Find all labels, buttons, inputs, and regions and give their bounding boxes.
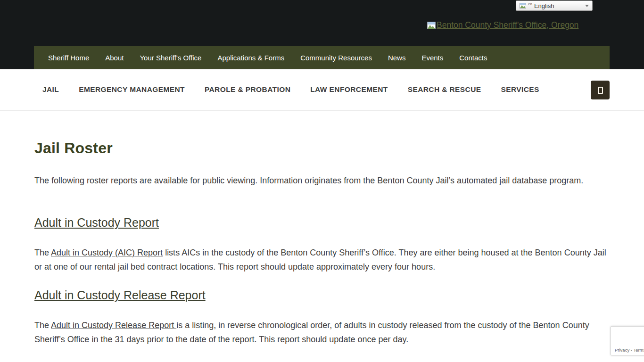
broken-image-icon — [520, 3, 526, 8]
paragraph-text: The — [34, 321, 51, 330]
nav-item-contacts[interactable]: Contacts — [451, 46, 495, 69]
intro-paragraph: The following roster reports are availab… — [34, 173, 608, 188]
dept-nav-parole-probation[interactable]: PAROLE & PROBATION — [205, 85, 290, 94]
language-selector[interactable]: en English — [516, 0, 593, 11]
aic-report-heading-link[interactable]: Adult in Custody Report — [34, 216, 159, 229]
site-logo-link[interactable]: Benton County Sheriff's Office, Oregon — [427, 20, 578, 30]
release-report-link[interactable]: Adult in Custody Release Report — [51, 321, 176, 330]
chevron-down-icon — [585, 5, 589, 7]
selected-language: English — [534, 2, 554, 9]
page-title: Jail Roster — [34, 140, 113, 157]
release-report-heading-link[interactable]: Adult in Custody Release Report — [34, 288, 206, 302]
nav-item-applications-forms[interactable]: Applications & Forms — [209, 46, 292, 69]
paragraph-text: The — [34, 248, 51, 257]
search-button[interactable] — [591, 81, 610, 99]
dept-nav-services[interactable]: SERVICES — [501, 85, 539, 94]
flag-alt-text: en — [528, 2, 532, 6]
department-navigation: JAIL EMERGENCY MANAGEMENT PAROLE & PROBA… — [0, 69, 644, 111]
aic-report-link[interactable]: Adult in Custody (AIC) Report — [51, 248, 163, 257]
main-navigation: Sheriff Home About Your Sheriff's Office… — [34, 46, 610, 69]
recaptcha-privacy-terms[interactable]: Privacy - Terms — [615, 347, 644, 353]
nav-item-news[interactable]: News — [380, 46, 414, 69]
nav-item-sheriff-home[interactable]: Sheriff Home — [40, 46, 97, 69]
aic-report-paragraph: The Adult in Custody (AIC) Report lists … — [34, 246, 608, 274]
nav-item-community-resources[interactable]: Community Resources — [292, 46, 380, 69]
nav-item-your-sheriffs-office[interactable]: Your Sheriff's Office — [132, 46, 209, 69]
search-icon — [598, 87, 603, 94]
dept-nav-search-rescue[interactable]: SEARCH & RESCUE — [408, 85, 481, 94]
section-heading-aic-report: Adult in Custody Report — [34, 216, 159, 230]
dept-nav-emergency-management[interactable]: EMERGENCY MANAGEMENT — [79, 85, 185, 94]
department-nav-items: JAIL EMERGENCY MANAGEMENT PAROLE & PROBA… — [42, 69, 539, 110]
site-header: en English Benton County Sheriff's Offic… — [0, 0, 644, 69]
dept-nav-jail[interactable]: JAIL — [42, 85, 59, 94]
section-heading-release-report: Adult in Custody Release Report — [34, 288, 206, 302]
release-report-paragraph: The Adult in Custody Release Report is a… — [34, 318, 608, 346]
recaptcha-badge[interactable]: Privacy - Terms — [611, 326, 644, 355]
site-logo-text: Benton County Sheriff's Office, Oregon — [437, 20, 578, 30]
dept-nav-law-enforcement[interactable]: LAW ENFORCEMENT — [310, 85, 388, 94]
nav-item-about[interactable]: About — [97, 46, 132, 69]
nav-item-events[interactable]: Events — [413, 46, 451, 69]
broken-image-icon — [427, 22, 436, 29]
